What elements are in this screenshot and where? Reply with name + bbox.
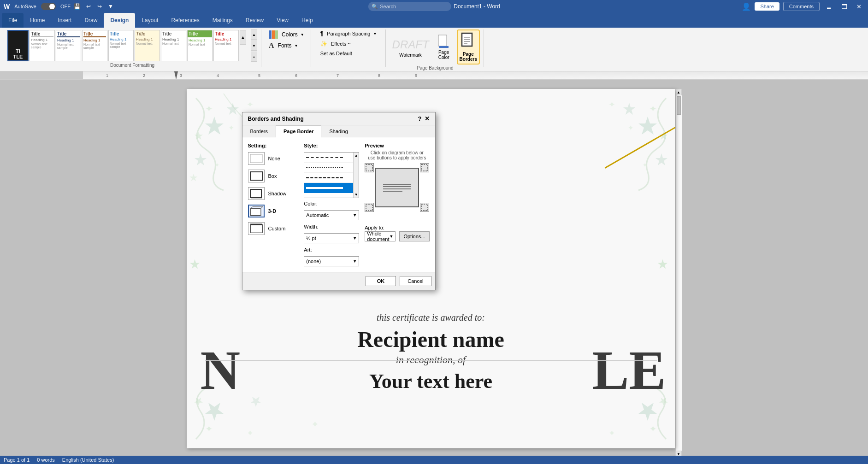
scroll-up-btn[interactable]: ▲ [676,89,682,95]
setting-3d[interactable]: 3-D [248,205,299,217]
color-dropdown-icon: ▼ [353,213,357,217]
theme-item-8[interactable]: Title Heading 1 Normal text [187,30,213,61]
preview-border-btn-topleft[interactable] [365,163,374,172]
tab-layout[interactable]: Layout [135,13,165,28]
apply-to-select[interactable]: Whole document ▼ [365,231,396,241]
svg-text:✦: ✦ [205,423,213,434]
preview-border-btn-bottomleft[interactable] [365,203,374,212]
effects-label: Effects ~ [331,41,351,47]
preview-border-btn-bottomright[interactable] [420,203,429,212]
apply-to-label: Apply to: [365,225,397,230]
scroll-thumb[interactable] [677,96,681,115]
theme-item-7[interactable]: Title Heading 1 Normal text [161,30,186,61]
color-label: Color: [304,201,329,206]
theme-item-4[interactable]: Title Heading 1 Normal text sample [82,30,107,61]
autosave-toggle[interactable] [41,3,56,10]
maximize-button[interactable]: 🗖 [838,2,850,11]
page-color-button[interactable]: Page Color [435,32,453,62]
tab-view[interactable]: View [270,13,295,28]
watermark-button[interactable]: DRAFT Watermark [390,35,431,59]
tab-design[interactable]: Design [104,13,135,28]
ribbon-group-themes: TITLE Title Heading 1 Normal text sample… [4,29,261,67]
svg-rect-39 [250,172,262,180]
dialog-tab-shading[interactable]: Shading [321,125,355,137]
tab-help[interactable]: Help [295,13,319,28]
theme-item-9[interactable]: Title Heading 1 Normal text [213,30,239,61]
tab-insert[interactable]: Insert [51,13,78,28]
setting-custom-label: Custom [268,226,286,231]
dialog-close-btn[interactable]: ✕ [425,115,430,122]
dialog-tab-borders[interactable]: Borders [242,125,276,137]
fonts-button[interactable]: A Fonts ▼ [266,41,301,51]
qa-more-icon[interactable]: ▼ [106,2,115,11]
tab-references[interactable]: References [165,13,206,28]
theme-item-6[interactable]: Title Heading 1 Normal text [135,30,160,61]
theme-item-3[interactable]: Title Heading 1 Normal text sample [56,30,81,61]
style-scroll-up[interactable]: ▲ [354,153,359,159]
scroll-track[interactable] [676,95,682,451]
color-select[interactable]: Automatic ▼ [304,210,359,220]
share-button[interactable]: Share [755,2,779,11]
svg-text:✦: ✦ [608,100,615,109]
svg-marker-18 [638,117,657,135]
qa-redo-icon[interactable]: ↪ [95,2,104,11]
svg-text:✦: ✦ [649,423,657,434]
dialog-help-btn[interactable]: ? [418,115,422,122]
paragraph-spacing-label: Paragraph Spacing [327,31,370,36]
svg-text:★: ★ [194,129,204,142]
page-borders-button[interactable]: Page Borders [457,29,480,65]
page-color-icon [437,34,451,49]
qa-undo-icon[interactable]: ↩ [84,2,93,11]
theme-item-2[interactable]: Title Heading 1 Normal text sample [30,30,55,61]
set-as-default-button[interactable]: Set as Default [319,50,354,57]
minimize-button[interactable]: 🗕 [823,2,835,11]
theme-scroll-up[interactable]: ▲ [251,29,257,40]
borders-shading-dialog[interactable]: Borders and Shading ? ✕ Borders Page Bor… [242,112,436,290]
dialog-style-section: Style: [304,143,359,266]
style-scroll-down[interactable]: ▼ [354,192,359,198]
tab-home[interactable]: Home [24,13,51,28]
svg-text:✦: ✦ [642,161,648,169]
cancel-button[interactable]: Cancel [400,276,431,286]
theme-item-5[interactable]: Title Heading 1 Normal text sample [108,30,134,61]
svg-marker-10 [227,103,239,115]
preview-border-btn-topright[interactable] [420,163,429,172]
style-listbox[interactable]: ▲ ▼ [304,152,359,198]
setting-shadow[interactable]: Shadow [248,187,299,200]
tab-draw[interactable]: Draw [78,13,104,28]
setting-none[interactable]: None [248,152,299,165]
comments-button[interactable]: Comments [783,2,820,11]
options-button[interactable]: Options... [399,231,429,241]
theme-item-scroll-up[interactable]: ▲ [240,30,246,45]
effects-button[interactable]: ✨ Effects ~ [319,40,353,48]
art-label: Art: [304,247,329,253]
set-default-label: Set as Default [320,51,352,56]
svg-rect-0 [438,35,447,46]
ok-button[interactable]: OK [366,276,396,286]
title-bar-center: 🔍 Search Document1 - Word [368,2,500,11]
paragraph-spacing-button[interactable]: ¶ Paragraph Spacing ▼ [319,29,379,38]
dialog-title: Borders and Shading [248,116,304,122]
theme-scroll-down[interactable]: ▼ [251,41,257,51]
art-select[interactable]: (none) ▼ [304,256,359,266]
setting-box-icon [248,170,265,182]
dialog-tab-page-border[interactable]: Page Border [276,125,321,137]
user-icon[interactable]: 👤 [742,2,751,11]
qa-save-icon[interactable]: 💾 [73,2,82,11]
tab-file[interactable]: File [2,13,24,28]
search-placeholder[interactable]: Search [380,4,396,9]
width-row: Width: [304,224,359,229]
v-scrollbar[interactable]: ▲ ▼ [675,89,682,457]
setting-box[interactable]: Box [248,170,299,182]
theme-item-title[interactable]: TITLE [7,30,29,61]
svg-rect-52 [366,164,372,171]
setting-box-label: Box [268,173,277,179]
close-button[interactable]: ✕ [854,2,864,11]
width-select[interactable]: ½ pt ▼ [304,233,359,243]
tab-review[interactable]: Review [239,13,270,28]
theme-scroll-more[interactable]: ≡ [251,52,257,62]
setting-custom[interactable]: Custom [248,222,299,235]
colors-button[interactable]: Colors ▼ [266,29,307,40]
tab-mailings[interactable]: Mailings [206,13,239,28]
svg-rect-47 [250,224,262,233]
